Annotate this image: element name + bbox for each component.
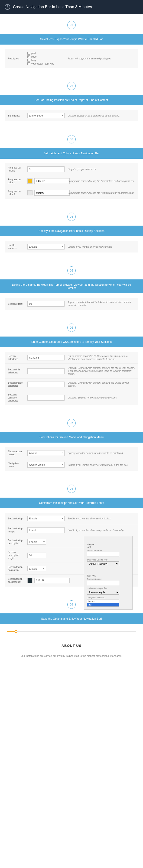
- section-tooltip-description-select[interactable]: Enable: [27, 539, 46, 545]
- bar-color3-input[interactable]: [34, 190, 69, 196]
- font-subset-option[interactable]: latin: [87, 603, 119, 607]
- bar-color3-help: Background color indicating the "remaini…: [68, 191, 135, 194]
- checkbox-icon[interactable]: [27, 56, 30, 58]
- enable-sections-select[interactable]: Enable: [27, 244, 64, 249]
- section-tooltip-image-label: Section tooltip image:: [8, 527, 24, 533]
- section-tooltip-select[interactable]: Enable: [27, 516, 64, 521]
- step-heading: Specify if the Navigation Bar Should Dis…: [0, 225, 143, 236]
- text-font-label: Text font:: [87, 575, 99, 577]
- bar-color1-swatch[interactable]: [27, 179, 32, 184]
- section-tooltip-label: Section tooltip:: [8, 517, 24, 520]
- show-section-marks-select[interactable]: Always: [27, 450, 64, 456]
- post-type-checkbox[interactable]: blog: [27, 59, 64, 62]
- section-selectors-label: Section selectors:: [8, 354, 24, 361]
- section-tooltip-pagination-select[interactable]: Enable: [27, 566, 46, 571]
- sections-container-selectors-input[interactable]: [27, 395, 64, 401]
- header-font-label: Header font:: [87, 543, 99, 549]
- navigation-menu-label: Navigation menu:: [8, 462, 24, 468]
- step-heading: Customize the Tooltips and Set Your Pref…: [0, 498, 143, 508]
- section-image-selectors-input[interactable]: [27, 381, 64, 387]
- text-font-caption2: or choose Google font: [87, 587, 119, 589]
- hero-title: Create Navigation Bar in Less Than 3 Min…: [13, 5, 92, 9]
- step-heading: Set Bar Ending Position as 'End of Page'…: [0, 95, 143, 105]
- checkbox-icon[interactable]: [27, 59, 30, 62]
- about-title: ABOUT US: [61, 644, 82, 649]
- navigation-menu-help: Enable if you want to show navigation me…: [68, 463, 135, 466]
- step-badge: 08: [67, 485, 76, 493]
- checkbox-label: blog: [31, 59, 36, 62]
- post-type-checkbox[interactable]: your custom post type: [27, 62, 64, 65]
- section-offset-input[interactable]: [27, 301, 64, 307]
- checkbox-label: your custom post type: [31, 62, 54, 65]
- section-offset-label: Section offset:: [8, 302, 24, 305]
- header-font-input[interactable]: [87, 552, 119, 557]
- font-subset-option[interactable]: latin-ext: [87, 599, 119, 603]
- step-04: 04 Specify if the Navigation Bar Should …: [0, 206, 143, 252]
- step-heading: Define the Distance Between The Top of B…: [0, 279, 143, 293]
- section-tooltip-pagination-label: Section tooltip pagination:: [8, 566, 24, 571]
- step-badge: 05: [67, 267, 76, 275]
- sections-container-selectors-label: Sections container selectors:: [8, 393, 24, 402]
- bar-height-input[interactable]: [27, 166, 64, 172]
- bar-color3-swatch[interactable]: [27, 190, 32, 195]
- section-offset-help: Top section offset that will be taken in…: [68, 301, 135, 307]
- section-title-selectors-label: Section title selectors:: [8, 368, 24, 374]
- checkbox-label: page: [31, 56, 36, 58]
- about-text: Our installations are carried out by ful…: [9, 654, 134, 658]
- section-tooltip-image-help: Enable if you want to show image in the …: [68, 529, 135, 532]
- header-font-caption1: Enter font name: [87, 549, 119, 552]
- section-description-length-input[interactable]: [27, 553, 46, 558]
- section-tooltip-help: Enable if you want to show section toolt…: [68, 517, 135, 520]
- step-heading: Select Post Types Your Plugin Will Be En…: [0, 34, 143, 44]
- step-05: 05 Define the Distance Between The Top o…: [0, 259, 143, 310]
- section-tooltip-image-select[interactable]: Enable: [27, 527, 64, 533]
- bar-color1-input[interactable]: [34, 178, 69, 184]
- step-02: 02 Set Bar Ending Position as 'End of Pa…: [0, 75, 143, 121]
- section-title-selectors-help: Optional. Defines which element contains…: [68, 367, 135, 375]
- section-title-selectors-input[interactable]: [27, 368, 64, 374]
- checkbox-label: post: [31, 52, 36, 55]
- bar-color3-label: Progress bar color 3:: [8, 190, 24, 196]
- clock-icon: [5, 4, 10, 10]
- font-subset-list[interactable]: latin-extlatin: [87, 599, 119, 607]
- font-settings-popup: Header font: Enter font name or choose G…: [84, 536, 133, 610]
- text-font-google-select[interactable]: Raleway:regular: [87, 590, 119, 595]
- enable-sections-help: Enable if you want to show sections deta…: [68, 245, 135, 248]
- post-type-checkbox[interactable]: page: [27, 56, 64, 58]
- checkbox-icon[interactable]: [27, 62, 30, 65]
- navigation-menu-select[interactable]: Always visible: [27, 462, 64, 468]
- step-06: 06 Enter Comma Separated CSS Selectors t…: [0, 316, 143, 405]
- about-section: ABOUT US Our installations are carried o…: [0, 641, 143, 667]
- step-08: 08 Customize the Tooltips and Set Your P…: [0, 477, 143, 587]
- bar-color1-label: Progress bar color 1:: [8, 178, 24, 184]
- post-type-checkbox[interactable]: post: [27, 52, 64, 55]
- header-font-caption2: or choose Google font: [87, 559, 119, 561]
- text-font-caption3: Google font subset:: [87, 596, 119, 599]
- sections-container-selectors-help: Optional. Selector for container with al…: [68, 396, 135, 399]
- text-font-input[interactable]: [87, 581, 119, 585]
- bar-ending-help: Option indicates what is considered as b…: [68, 114, 135, 117]
- section-tooltip-description-label: Section tooltip description:: [8, 539, 24, 545]
- step-badge: 03: [67, 135, 76, 144]
- header-font-google-select[interactable]: Default (Raleway): [87, 561, 119, 566]
- section-tooltip-background-swatch[interactable]: [27, 578, 32, 583]
- section-selectors-input[interactable]: [27, 355, 64, 361]
- text-font-caption1: Enter font name: [87, 578, 119, 580]
- bar-height-label: Progress bar height:: [8, 166, 24, 172]
- step-07: 07 Set Options for Section Marks and Nav…: [0, 412, 143, 471]
- step-badge: 04: [67, 213, 76, 221]
- step-badge: 07: [67, 419, 76, 427]
- progress-bar-marker: [15, 630, 18, 633]
- bar-height-help: Height of progress bar in px.: [68, 168, 135, 171]
- show-section-marks-help: Specify when the sections marks should b…: [68, 452, 135, 455]
- bar-ending-label: Bar ending:: [8, 114, 24, 117]
- hero-bar: Create Navigation Bar in Less Than 3 Min…: [0, 0, 143, 14]
- step-badge: 01: [67, 21, 76, 29]
- section-tooltip-background-input[interactable]: [34, 578, 69, 583]
- step-heading: Enter Comma Separated CSS Selectors to I…: [0, 337, 143, 347]
- section-tooltip-background-label: Section tooltip background:: [8, 578, 24, 584]
- progress-bar-fill: [7, 631, 15, 632]
- checkbox-icon[interactable]: [27, 52, 30, 55]
- enable-sections-label: Enable sections:: [8, 244, 24, 250]
- bar-ending-select[interactable]: End of page: [27, 113, 64, 118]
